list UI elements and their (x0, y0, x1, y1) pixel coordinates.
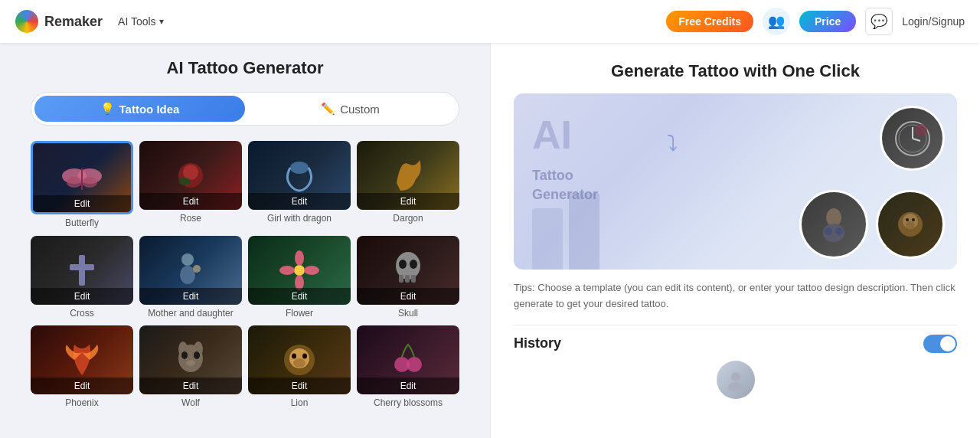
preview-circle-lion (876, 190, 945, 259)
image-wrapper-mother: EditMother and daughter (139, 236, 242, 320)
right-panel: Generate Tattoo with One Click AI Tattoo… (490, 43, 980, 438)
preview-box: AI Tattoo Generator ⤵ (514, 93, 957, 270)
edit-overlay-wolf[interactable]: Edit (139, 378, 242, 394)
tattoo-template-wolf[interactable]: Edit (139, 325, 242, 394)
image-wrapper-phoenix: EditPhoenix (31, 325, 133, 410)
avatar (717, 361, 755, 399)
edit-overlay-mother[interactable]: Edit (139, 288, 242, 305)
svg-rect-20 (399, 275, 403, 283)
svg-point-35 (302, 354, 307, 359)
tattoo-template-cross[interactable]: Edit (31, 236, 133, 305)
toggle-tattoo-idea-button[interactable]: 💡 Tattoo Idea (34, 96, 245, 122)
edit-overlay-skull[interactable]: Edit (357, 288, 459, 305)
edit-overlay-dargon[interactable]: Edit (357, 193, 459, 210)
image-label-skull: Skull (357, 308, 459, 320)
history-label: History (514, 335, 561, 351)
svg-point-51 (912, 218, 915, 221)
free-credits-button[interactable]: Free Credits (666, 11, 753, 32)
svg-point-30 (186, 360, 195, 366)
tattoo-template-mother[interactable]: Edit (139, 236, 242, 305)
tattoo-template-rose[interactable]: Edit (139, 141, 242, 210)
svg-point-29 (194, 351, 200, 359)
ai-tools-button[interactable]: AI Tools ▾ (112, 12, 170, 31)
logo-icon (15, 10, 38, 33)
clock-tattoo-icon (893, 119, 932, 158)
image-wrapper-rose: EditRose (139, 141, 242, 230)
image-wrapper-skull: EditSkull (357, 236, 459, 320)
community-button[interactable]: 👥 (763, 8, 790, 35)
login-button[interactable]: Login/Signup (902, 15, 965, 28)
svg-point-45 (825, 227, 832, 235)
edit-overlay-flower[interactable]: Edit (248, 288, 351, 305)
avatar-hint (514, 361, 957, 399)
svg-line-41 (913, 139, 920, 141)
image-label-girl-dragon: Girl with dragon (248, 213, 351, 225)
image-wrapper-butterfly: EditButterfly (31, 141, 133, 230)
svg-point-13 (193, 265, 201, 273)
edit-overlay-butterfly[interactable]: Edit (33, 195, 131, 212)
pillar-left-decoration (532, 208, 563, 270)
price-button[interactable]: Price (799, 11, 856, 32)
history-row: History (514, 325, 957, 353)
tattoo-template-skull[interactable]: Edit (357, 236, 459, 305)
image-wrapper-dargon: EditDargon (357, 141, 459, 230)
svg-point-14 (294, 265, 305, 276)
edit-overlay-girl-dragon[interactable]: Edit (248, 193, 351, 210)
image-label-cherry: Cherry blossoms (357, 397, 459, 410)
history-toggle[interactable] (923, 335, 957, 353)
image-wrapper-lion: EditLion (248, 325, 351, 410)
svg-point-3 (82, 177, 97, 188)
tattoo-template-lion[interactable]: Edit (248, 325, 351, 394)
main-content: AI Tattoo Generator 💡 Tattoo Idea ✏️ Cus… (0, 43, 980, 438)
image-wrapper-wolf: EditWolf (139, 325, 242, 410)
ai-tools-label: AI Tools (118, 15, 156, 28)
svg-rect-10 (70, 264, 94, 270)
tips-text: Tips: Choose a template (you can edit it… (514, 280, 957, 312)
chat-button[interactable]: 💬 (865, 8, 893, 35)
preview-circle-woman (799, 190, 868, 259)
mode-toggle-group: 💡 Tattoo Idea ✏️ Custom (31, 92, 459, 126)
edit-overlay-lion[interactable]: Edit (248, 378, 351, 394)
tattoo-template-phoenix[interactable]: Edit (31, 325, 133, 394)
svg-point-11 (181, 253, 194, 266)
image-label-mother: Mother and daughter (139, 308, 242, 320)
svg-point-28 (181, 351, 188, 359)
left-panel: AI Tattoo Generator 💡 Tattoo Idea ✏️ Cus… (0, 43, 490, 438)
lion-tattoo-icon (890, 204, 932, 246)
preview-ai-text: AI (532, 115, 572, 155)
image-wrapper-flower: EditFlower (248, 236, 351, 320)
svg-point-52 (731, 372, 740, 381)
chat-icon: 💬 (871, 13, 887, 30)
svg-point-46 (835, 227, 843, 235)
svg-point-12 (180, 266, 195, 284)
header: Remaker AI Tools ▾ Free Credits 👥 Price … (0, 0, 980, 43)
image-label-cross: Cross (31, 308, 133, 320)
tattoo-template-girl-dragon[interactable]: Edit (248, 141, 351, 210)
edit-overlay-phoenix[interactable]: Edit (31, 378, 133, 394)
image-label-dargon: Dargon (357, 213, 459, 225)
tattoo-template-cherry[interactable]: Edit (357, 325, 459, 394)
preview-inner: AI Tattoo Generator ⤵ (514, 93, 957, 270)
svg-point-50 (906, 218, 909, 221)
woman-tattoo-icon (813, 204, 855, 246)
edit-overlay-cherry[interactable]: Edit (357, 378, 459, 394)
toggle-idea-label: Tattoo Idea (119, 103, 180, 116)
svg-point-7 (178, 178, 191, 185)
toggle-custom-button[interactable]: ✏️ Custom (245, 96, 456, 122)
chevron-down-icon: ▾ (159, 16, 164, 27)
edit-overlay-rose[interactable]: Edit (139, 193, 242, 210)
svg-point-16 (304, 266, 319, 275)
edit-overlay-cross[interactable]: Edit (31, 288, 133, 305)
tattoo-template-dargon[interactable]: Edit (357, 141, 459, 210)
tattoo-template-flower[interactable]: Edit (248, 236, 351, 305)
svg-point-6 (183, 165, 198, 180)
svg-point-34 (292, 354, 296, 359)
image-label-phoenix: Phoenix (31, 397, 133, 410)
image-wrapper-cross: EditCross (31, 236, 133, 320)
svg-point-18 (279, 266, 295, 275)
person-icon (725, 369, 746, 391)
image-wrapper-cherry: EditCherry blossoms (357, 325, 459, 410)
tattoo-template-butterfly[interactable]: Edit (31, 141, 133, 214)
svg-point-53 (728, 382, 743, 391)
svg-rect-21 (405, 275, 410, 283)
